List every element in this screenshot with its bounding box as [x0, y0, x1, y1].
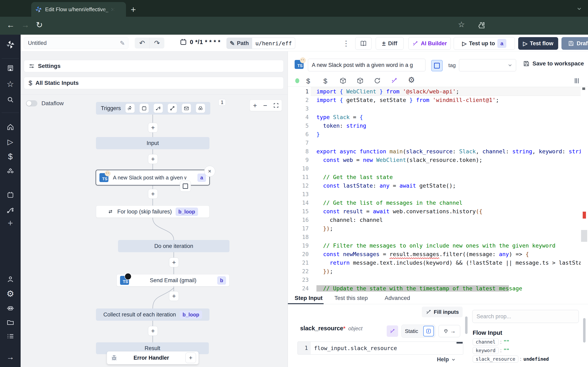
- do-one-iteration-node[interactable]: Do one iteration: [118, 240, 229, 252]
- undo-button[interactable]: ↶: [135, 38, 150, 49]
- route-trigger-icon[interactable]: [154, 104, 163, 113]
- windmill-logo[interactable]: [0, 40, 21, 49]
- collect-result-label: Collect result of each iteration: [103, 312, 176, 318]
- more-options-icon[interactable]: ⋮: [342, 39, 350, 48]
- sidebar-item-runs[interactable]: ▷: [0, 138, 21, 146]
- send-email-node[interactable]: TS Send Email (gmail) b: [117, 274, 229, 286]
- redo-button[interactable]: ↷: [150, 38, 164, 49]
- input-mode-toggle[interactable]: Static: [401, 325, 435, 338]
- sidebar-item-logs[interactable]: [0, 332, 21, 340]
- run-step-button[interactable]: [180, 181, 191, 192]
- extensions-icon[interactable]: [477, 21, 485, 29]
- flow-input-prop[interactable]: channel:"": [473, 338, 549, 346]
- sidebar-item-schedules[interactable]: [0, 191, 21, 199]
- input-expression-editor[interactable]: 1 flow_input.slack_resource: [297, 342, 463, 355]
- code-editor[interactable]: 1import { WebClient } from '@slack/web-a…: [288, 87, 581, 293]
- add-error-handler-button[interactable]: +: [185, 352, 196, 363]
- webhook-trigger-icon[interactable]: [125, 104, 135, 113]
- add-step-button[interactable]: +: [148, 189, 158, 199]
- flow-name-field[interactable]: Untitled ✎: [24, 37, 129, 49]
- edit-pencil-icon[interactable]: ✎: [120, 40, 125, 47]
- diff-button[interactable]: ± Diff: [376, 37, 404, 50]
- save-icon: [568, 40, 574, 47]
- draft-button[interactable]: Draft: [562, 37, 588, 50]
- bookmark-star-icon[interactable]: ☆: [458, 20, 465, 29]
- tab-test-this-step[interactable]: Test this step: [334, 295, 368, 301]
- sidebar-item-folders[interactable]: [0, 318, 21, 326]
- sidebar-item-workers[interactable]: [0, 304, 21, 312]
- sidebar-item-resources[interactable]: [0, 167, 21, 175]
- split-scrollbar-thumb[interactable]: [465, 317, 467, 334]
- sidebar-item-add[interactable]: +: [0, 218, 21, 227]
- schedule-group[interactable]: 0 */1 * * * *: [180, 38, 221, 46]
- save-to-workspace-button[interactable]: Save to workspace: [523, 60, 584, 67]
- code-line: 4type Slack = {: [288, 113, 581, 122]
- add-step-button[interactable]: +: [169, 291, 179, 301]
- forloop-node[interactable]: For loop (skip failures) b_loop: [96, 206, 209, 218]
- sidebar-item-users[interactable]: [0, 276, 21, 283]
- editor-scrollbar-thumb[interactable]: [581, 230, 587, 242]
- input-node[interactable]: Input: [96, 137, 209, 149]
- sidebar-item-home[interactable]: [0, 123, 21, 131]
- lib-package-icon[interactable]: [356, 77, 364, 84]
- search-prop-input[interactable]: [472, 310, 579, 323]
- props-scrollbar-thumb[interactable]: [583, 318, 586, 342]
- docs-button[interactable]: [355, 37, 372, 50]
- sidebar-item-routes[interactable]: [0, 206, 21, 214]
- add-step-button[interactable]: +: [169, 258, 179, 267]
- windmill-favicon: [35, 6, 42, 13]
- script-settings-gear-icon[interactable]: ⚙: [408, 75, 415, 84]
- search-icon[interactable]: [0, 96, 21, 104]
- add-step-button[interactable]: +: [148, 154, 158, 164]
- tab-search-chevron-icon[interactable]: [576, 6, 582, 12]
- new-tab-button[interactable]: +: [131, 4, 136, 15]
- capture-button[interactable]: [431, 60, 443, 71]
- schedule-trigger-icon[interactable]: [139, 104, 149, 113]
- tab-step-input[interactable]: Step Input: [295, 295, 323, 301]
- flow-input-prop[interactable]: keyword:"": [473, 346, 549, 355]
- reload-script-icon[interactable]: [374, 77, 381, 84]
- test-up-to-button[interactable]: ▷ Test up to a: [454, 37, 515, 50]
- path-chip[interactable]: ✎ Path u/henri/eff: [226, 38, 295, 49]
- add-step-button[interactable]: +: [148, 326, 158, 336]
- email-trigger-icon[interactable]: [182, 104, 191, 113]
- sidebar-collapse-arrow[interactable]: →: [0, 353, 21, 361]
- assets-icon[interactable]: $: [306, 77, 310, 85]
- step-name-input[interactable]: [308, 59, 425, 71]
- tab-title: Edit Flow u/henri/effective_un: [45, 6, 108, 13]
- test-flow-button[interactable]: ▷ Test flow: [518, 37, 558, 50]
- ai-builder-button[interactable]: AI Builder: [408, 37, 451, 50]
- ai-fill-button[interactable]: [387, 325, 398, 337]
- reload-icon[interactable]: ↻: [36, 20, 43, 30]
- variables-icon[interactable]: $: [323, 77, 327, 85]
- browser-tab[interactable]: Edit Flow u/henri/effective_un ×: [31, 2, 126, 17]
- poll-trigger-icon[interactable]: [196, 104, 205, 113]
- package-icon[interactable]: [339, 77, 347, 84]
- code-line: 11 // Get the last state: [288, 173, 581, 182]
- slack-step-node[interactable]: TS A new Slack post with a given wor... …: [95, 170, 210, 185]
- forward-icon[interactable]: →: [21, 20, 29, 30]
- expression-mode-button[interactable]: [423, 326, 434, 336]
- connect-input-button[interactable]: →: [439, 325, 460, 337]
- tab-advanced[interactable]: Advanced: [385, 295, 410, 301]
- sidebar-item-workspace[interactable]: [0, 64, 21, 72]
- code-line: 24 // Update the state with the timestam…: [288, 284, 581, 293]
- error-handler-node[interactable]: Error Handler +: [107, 351, 199, 364]
- delete-step-button[interactable]: ×: [204, 166, 215, 177]
- add-step-button[interactable]: +: [148, 123, 158, 133]
- back-icon[interactable]: ←: [7, 20, 15, 30]
- sidebar-item-settings[interactable]: ⚙: [0, 290, 21, 298]
- triggers-node[interactable]: Triggers: [96, 102, 210, 115]
- sidebar-item-favorites[interactable]: ☆: [0, 80, 21, 88]
- step-emoji-avatar: [300, 58, 306, 63]
- help-button[interactable]: Help: [437, 356, 456, 363]
- fill-inputs-button[interactable]: Fill inputs: [422, 307, 463, 317]
- broker-trigger-icon[interactable]: [168, 104, 177, 113]
- flow-input-prop[interactable]: slack_resource:undefined: [473, 355, 549, 363]
- argument-row: slack_resource * object: [300, 325, 362, 332]
- sidebar-item-variables[interactable]: $: [0, 152, 21, 161]
- library-icon[interactable]: [573, 77, 581, 84]
- ai-wand-icon[interactable]: [391, 77, 398, 84]
- tag-select[interactable]: [459, 59, 516, 71]
- collect-result-node[interactable]: Collect result of each iteration b_loop: [96, 309, 209, 321]
